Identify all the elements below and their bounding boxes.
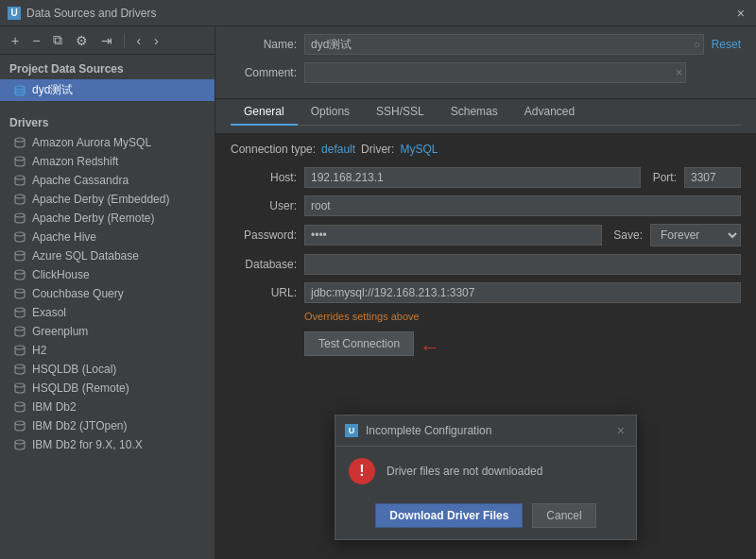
driver-icon <box>13 212 26 225</box>
driver-label: Apache Cassandra <box>32 174 129 187</box>
tabs-container: GeneralOptionsSSH/SSLSchemasAdvanced <box>215 99 756 133</box>
remove-button[interactable]: − <box>28 31 43 50</box>
svg-point-3 <box>15 176 25 179</box>
driver-icon <box>13 268 26 281</box>
settings-button[interactable]: ⚙ <box>72 31 92 50</box>
driver-label: HSQLDB (Local) <box>32 363 116 376</box>
popup-header-icon: U <box>345 424 358 437</box>
popup-overlay: U Incomplete Configuration × ! Driver fi… <box>215 133 756 559</box>
popup-header: U Incomplete Configuration × <box>335 415 636 447</box>
driver-label: HSQLDB (Remote) <box>32 381 129 395</box>
driver-icon <box>13 438 26 451</box>
export-button[interactable]: ⇥ <box>97 31 116 50</box>
driver-icon <box>13 230 26 244</box>
driver-label: Apache Hive <box>32 230 96 244</box>
tab-general[interactable]: General <box>231 99 298 126</box>
driver-item[interactable]: IBM Db2 (JTOpen) <box>0 416 215 435</box>
svg-point-17 <box>15 440 25 444</box>
driver-icon <box>13 174 26 187</box>
left-toolbar: + − ⧉ ⚙ ⇥ ‹ › <box>0 26 215 55</box>
tabs-bar: GeneralOptionsSSH/SSLSchemasAdvanced <box>231 99 741 126</box>
driver-label: Exasol <box>32 306 66 319</box>
driver-item[interactable]: IBM Db2 for 9.X, 10.X <box>0 435 215 454</box>
driver-icon <box>13 287 26 300</box>
name-label: Name: <box>231 38 297 51</box>
driver-item[interactable]: H2 <box>0 341 215 360</box>
driver-item[interactable]: Apache Derby (Embedded) <box>0 190 215 209</box>
driver-label: Amazon Aurora MySQL <box>32 136 151 149</box>
driver-item[interactable]: Greenplum <box>0 322 215 341</box>
project-item-label: dyd测试 <box>32 82 73 98</box>
driver-icon <box>13 400 26 414</box>
driver-icon <box>13 419 26 432</box>
driver-label: H2 <box>32 344 46 357</box>
left-panel: + − ⧉ ⚙ ⇥ ‹ › Project Data Sources dyd测试… <box>0 26 215 559</box>
svg-point-8 <box>15 270 25 274</box>
driver-item[interactable]: HSQLDB (Local) <box>0 360 215 379</box>
driver-label: IBM Db2 for 9.X, 10.X <box>32 438 143 451</box>
tab-sshssl[interactable]: SSH/SSL <box>363 99 438 126</box>
window-close-button[interactable]: × <box>733 6 748 21</box>
download-driver-button[interactable]: Download Driver Files <box>375 503 523 528</box>
tab-options[interactable]: Options <box>298 99 363 126</box>
driver-label: ClickHouse <box>32 268 90 281</box>
popup-cancel-button[interactable]: Cancel <box>532 503 595 528</box>
reset-button[interactable]: Reset <box>712 38 741 51</box>
tab-schemas[interactable]: Schemas <box>438 99 511 126</box>
svg-point-9 <box>15 289 25 293</box>
driver-icon <box>13 344 26 357</box>
driver-label: Apache Derby (Remote) <box>32 212 154 225</box>
back-button[interactable]: ‹ <box>132 31 145 50</box>
driver-item[interactable]: ClickHouse <box>0 265 215 284</box>
error-icon: ! <box>349 458 375 484</box>
svg-point-16 <box>15 421 25 425</box>
svg-point-12 <box>15 346 25 349</box>
svg-point-10 <box>15 308 25 312</box>
driver-label: Couchbase Query <box>32 287 124 300</box>
driver-label: Amazon Redshift <box>32 155 118 168</box>
driver-item[interactable]: Exasol <box>0 303 215 322</box>
driver-item[interactable]: Azure SQL Database <box>0 246 215 265</box>
comment-input[interactable] <box>304 62 686 83</box>
svg-point-15 <box>15 402 25 406</box>
drivers-section-header: Drivers <box>0 109 215 133</box>
project-section-header: Project Data Sources <box>0 55 215 79</box>
incomplete-config-popup: U Incomplete Configuration × ! Driver fi… <box>335 415 637 540</box>
svg-point-7 <box>15 251 25 255</box>
comment-label: Comment: <box>231 66 297 79</box>
driver-label: Greenplum <box>32 325 88 338</box>
driver-item[interactable]: Amazon Aurora MySQL <box>0 133 215 152</box>
driver-icon <box>13 155 26 168</box>
driver-item[interactable]: Apache Derby (Remote) <box>0 209 215 228</box>
driver-label: IBM Db2 (JTOpen) <box>32 419 127 432</box>
title-bar: U Data Sources and Drivers × <box>0 0 756 26</box>
copy-button[interactable]: ⧉ <box>49 30 66 50</box>
name-input[interactable] <box>304 34 704 55</box>
svg-point-4 <box>15 195 25 198</box>
popup-close-button[interactable]: × <box>615 423 627 438</box>
svg-point-2 <box>15 157 25 161</box>
toolbar-separator <box>124 33 125 48</box>
add-button[interactable]: + <box>8 31 23 50</box>
driver-item[interactable]: IBM Db2 <box>0 398 215 416</box>
forward-button[interactable]: › <box>150 31 163 50</box>
right-panel: Name: ○ Reset Comment: × GeneralOptionsS… <box>215 26 756 559</box>
name-clear-button[interactable]: ○ <box>693 38 699 51</box>
name-input-wrapper: ○ <box>304 34 704 55</box>
driver-icon <box>13 249 26 263</box>
svg-point-5 <box>15 213 25 217</box>
driver-item[interactable]: HSQLDB (Remote) <box>0 379 215 398</box>
driver-item[interactable]: Apache Cassandra <box>0 171 215 190</box>
driver-item[interactable]: Apache Hive <box>0 228 215 246</box>
comment-clear-button[interactable]: × <box>676 66 682 79</box>
tab-advanced[interactable]: Advanced <box>511 99 588 126</box>
main-layout: + − ⧉ ⚙ ⇥ ‹ › Project Data Sources dyd测试… <box>0 26 756 559</box>
driver-item[interactable]: Couchbase Query <box>0 284 215 303</box>
popup-body: ! Driver files are not downloaded <box>335 447 636 496</box>
project-item-dyd[interactable]: dyd测试 <box>0 79 215 101</box>
driver-icon <box>13 193 26 206</box>
driver-item[interactable]: Amazon Redshift <box>0 152 215 171</box>
svg-point-6 <box>15 232 25 236</box>
svg-point-0 <box>15 86 25 90</box>
popup-message: Driver files are not downloaded <box>387 465 542 478</box>
